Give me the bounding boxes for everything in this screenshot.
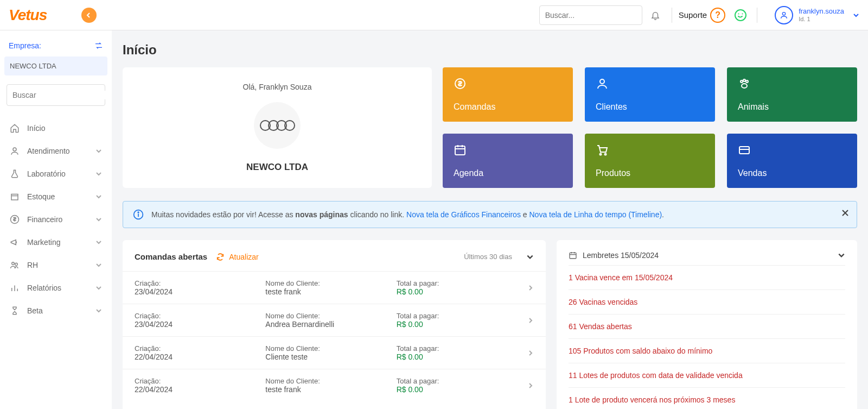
nav-item-marketing[interactable]: Marketing: [4, 231, 107, 254]
chart-icon: [10, 283, 20, 293]
chevron-down-icon: [95, 171, 102, 177]
lembrete-item[interactable]: 61 Vendas abertas: [569, 314, 845, 339]
nav-item-rh[interactable]: RH: [4, 254, 107, 276]
user-id: Id. 1: [799, 16, 844, 23]
tile-label: Vendas: [738, 168, 846, 178]
tile-animais[interactable]: Animais: [727, 67, 857, 122]
nav-item-estoque[interactable]: Estoque: [4, 185, 107, 208]
bell-icon: [650, 10, 660, 20]
tile-label: Animais: [738, 102, 846, 112]
nav-label: Marketing: [27, 238, 60, 247]
company-name: NEWCO LTDA: [246, 162, 308, 173]
refresh-icon: [216, 253, 225, 261]
lembrete-item[interactable]: 26 Vacinas vencidas: [569, 290, 845, 314]
receipt-icon: [454, 77, 467, 90]
sidebar-collapse-button[interactable]: [81, 8, 97, 23]
svg-rect-7: [11, 194, 18, 200]
order-row[interactable]: Criação:22/04/2024 Nome do Cliente:teste…: [123, 369, 546, 401]
close-icon: [841, 209, 849, 217]
user-icon: [780, 11, 788, 20]
nav-label: RH: [27, 261, 38, 269]
banner-link-timeline[interactable]: Nova tela de Linha do tempo (Timeline): [529, 210, 662, 219]
nav-item-beta[interactable]: Beta: [4, 299, 107, 322]
greeting: Olá, Franklyn Souza: [243, 83, 312, 91]
banner-close-button[interactable]: [841, 209, 849, 217]
tile-agenda[interactable]: Agenda: [443, 134, 573, 188]
svg-rect-32: [570, 253, 576, 259]
sidebar-search[interactable]: [7, 84, 105, 106]
tile-vendas[interactable]: Vendas: [727, 134, 857, 188]
period-selector[interactable]: Últimos 30 dias: [464, 253, 512, 261]
nav-label: Financeiro: [27, 215, 62, 224]
tile-label: Clientes: [596, 102, 704, 112]
whatsapp-button[interactable]: [731, 5, 750, 25]
nav-item-atendimento[interactable]: Atendimento: [4, 140, 107, 162]
order-row[interactable]: Criação:23/04/2024 Nome do Cliente:Andre…: [123, 304, 546, 336]
order-row[interactable]: Criação:23/04/2024 Nome do Cliente:teste…: [123, 271, 546, 304]
chevron-down-icon: [95, 216, 102, 223]
nav-item-financeiro[interactable]: Financeiro: [4, 208, 107, 231]
notifications-button[interactable]: [646, 5, 665, 25]
svg-point-25: [600, 154, 602, 155]
nav-item-laboratório[interactable]: Laboratório: [4, 162, 107, 185]
lembrete-item[interactable]: 1 Vacina vence em 15/05/2024: [569, 265, 845, 290]
nav-label: Estoque: [27, 192, 55, 201]
calendar-icon: [454, 143, 467, 156]
chevron-down-icon[interactable]: [526, 253, 534, 261]
tile-label: Comandas: [454, 102, 562, 112]
support-label: Suporte: [679, 10, 707, 20]
svg-point-18: [743, 79, 745, 81]
lembretes-panel: Lembretes 15/05/2024 1 Vacina vence em 1…: [557, 240, 857, 409]
empresa-label: Empresa:: [9, 41, 41, 50]
welcome-card: Olá, Franklyn Souza NEWCO LTDA: [123, 67, 432, 188]
svg-point-31: [138, 212, 139, 213]
home-icon: [10, 123, 20, 133]
hourglass-icon: [10, 306, 20, 316]
chevron-down-icon: [95, 193, 102, 200]
nav-item-relatórios[interactable]: Relatórios: [4, 276, 107, 299]
svg-point-11: [15, 263, 18, 266]
lembrete-item[interactable]: 1 Lote de produto vencerá nos próximos 3…: [569, 388, 845, 409]
paw-icon: [738, 77, 751, 90]
global-search[interactable]: [539, 5, 642, 25]
svg-point-19: [746, 80, 748, 83]
swap-icon: [94, 41, 103, 50]
nav-label: Atendimento: [27, 147, 70, 155]
user-menu[interactable]: franklyn.souza Id. 1: [775, 6, 859, 24]
lembrete-item[interactable]: 105 Produtos com saldo abaixo do mínimo: [569, 339, 845, 363]
svg-rect-27: [739, 147, 749, 154]
chevron-left-icon: [86, 12, 92, 18]
avatar: [775, 6, 793, 24]
refresh-button[interactable]: Atualizar: [216, 253, 258, 261]
tile-label: Agenda: [454, 168, 562, 178]
swap-empresa-button[interactable]: [94, 41, 103, 50]
tile-comandas[interactable]: Comandas: [443, 67, 573, 122]
person-icon: [10, 146, 20, 156]
global-search-input[interactable]: [545, 11, 640, 20]
tile-produtos[interactable]: Produtos: [585, 134, 715, 188]
lembretes-title: Lembretes 15/05/2024: [583, 251, 659, 260]
comandas-title: Comandas abertas: [135, 252, 207, 261]
sidebar-search-input[interactable]: [12, 91, 107, 99]
svg-point-10: [12, 262, 15, 265]
lembretes-toggle[interactable]: [838, 251, 845, 259]
page-title: Início: [123, 42, 857, 58]
chevron-right-icon: [527, 317, 534, 324]
order-row[interactable]: Criação:22/04/2024 Nome do Cliente:Clien…: [123, 336, 546, 369]
nav-item-início[interactable]: Início: [4, 117, 107, 140]
people-icon: [10, 260, 20, 270]
svg-point-17: [741, 80, 743, 83]
flask-icon: [10, 169, 20, 179]
lembrete-item[interactable]: 11 Lotes de produtos com data de validad…: [569, 363, 845, 388]
svg-point-3: [783, 12, 786, 15]
logo[interactable]: Vetus: [9, 7, 47, 24]
comandas-panel: Comandas abertas Atualizar Últimos 30 di…: [123, 240, 546, 409]
svg-point-6: [13, 148, 16, 151]
info-banner: Muitas novidades estão por vir! Acesse a…: [123, 201, 857, 228]
box-icon: [10, 192, 20, 202]
empresa-name[interactable]: NEWCO LTDA: [4, 56, 107, 75]
banner-link-graficos[interactable]: Nova tela de Gráficos Financeiros: [406, 210, 521, 219]
company-logo: [254, 102, 301, 149]
tile-clientes[interactable]: Clientes: [585, 67, 715, 122]
support-button[interactable]: Suporte ?: [679, 8, 726, 23]
